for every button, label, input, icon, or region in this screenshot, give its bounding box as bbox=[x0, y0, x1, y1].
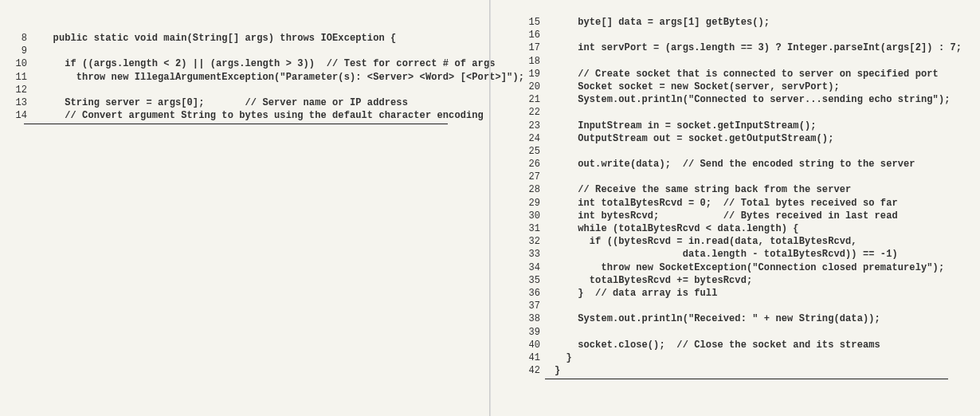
code-text: throw new IllegalArgumentException("Para… bbox=[41, 71, 524, 84]
code-line: 34 throw new SocketException("Connection… bbox=[527, 261, 966, 274]
left-page: 8 public static void main(String[] args)… bbox=[0, 0, 490, 416]
code-line: 40 socket.close(); // Close the socket a… bbox=[527, 339, 966, 351]
code-line: 26 out.write(data); // Send the encoded … bbox=[527, 158, 966, 171]
line-number: 34 bbox=[527, 261, 555, 274]
line-number: 12 bbox=[14, 84, 41, 96]
code-line: 22 bbox=[527, 106, 966, 119]
code-line: 8 public static void main(String[] args)… bbox=[14, 32, 475, 45]
code-text: throw new SocketException("Connection cl… bbox=[555, 261, 944, 274]
code-line: 31 while (totalBytesRcvd < data.length) … bbox=[527, 222, 966, 235]
code-line: 9 bbox=[14, 45, 475, 57]
code-text: int bytesRcvd; // Bytes received in last… bbox=[555, 210, 898, 222]
code-line: 24 OutputStream out = socket.getOutputSt… bbox=[527, 132, 966, 145]
line-number: 38 bbox=[527, 312, 555, 325]
line-number: 26 bbox=[527, 158, 555, 171]
line-number: 20 bbox=[527, 80, 555, 93]
code-text: // Create socket that is connected to se… bbox=[555, 68, 939, 80]
code-line: 41 } bbox=[527, 351, 966, 364]
code-text: int servPort = (args.length == 3) ? Inte… bbox=[555, 41, 962, 54]
code-text: totalBytesRcvd += bytesRcvd; bbox=[555, 274, 752, 287]
line-number: 27 bbox=[527, 171, 555, 183]
code-line: 25 bbox=[527, 145, 966, 158]
line-number: 37 bbox=[527, 300, 555, 312]
line-number: 10 bbox=[14, 57, 41, 70]
code-text: } // data array is full bbox=[555, 287, 717, 300]
line-number: 8 bbox=[14, 32, 41, 45]
code-text: socket.close(); // Close the socket and … bbox=[555, 339, 880, 351]
line-number: 21 bbox=[527, 93, 555, 106]
right-code-block: 15 byte[] data = args[1] getBytes();1617… bbox=[527, 16, 966, 377]
line-number: 28 bbox=[527, 183, 555, 196]
code-line: 16 bbox=[527, 29, 966, 41]
code-line: 19 // Create socket that is connected to… bbox=[527, 68, 966, 80]
line-number: 23 bbox=[527, 120, 555, 132]
line-number: 16 bbox=[527, 29, 555, 41]
line-number: 30 bbox=[527, 210, 555, 222]
code-line: 21 System.out.println("Connected to serv… bbox=[527, 93, 966, 106]
code-line: 42} bbox=[527, 364, 966, 377]
code-text: public static void main(String[] args) t… bbox=[41, 32, 396, 45]
code-line: 30 int bytesRcvd; // Bytes received in l… bbox=[527, 210, 966, 222]
code-text: if ((bytesRcvd = in.read(data, totalByte… bbox=[555, 235, 857, 248]
code-text: int totalBytesRcvd = 0; // Total bytes r… bbox=[555, 197, 898, 210]
code-line: 17 int servPort = (args.length == 3) ? I… bbox=[527, 41, 966, 54]
code-line: 14 // Convert argument String to bytes u… bbox=[14, 109, 475, 122]
code-line: 20 Socket socket = new Socket(server, se… bbox=[527, 80, 966, 93]
code-line: 18 bbox=[527, 55, 966, 68]
code-text: System.out.println("Connected to server.… bbox=[555, 93, 950, 106]
code-line: 27 bbox=[527, 171, 966, 183]
left-code-block: 8 public static void main(String[] args)… bbox=[14, 16, 475, 122]
code-line: 39 bbox=[527, 326, 966, 339]
right-underline bbox=[545, 379, 948, 379]
code-text: } bbox=[555, 364, 560, 377]
line-number: 15 bbox=[527, 16, 555, 29]
code-line: 15 byte[] data = args[1] getBytes(); bbox=[527, 16, 966, 29]
code-text: String server = args[0]; // Server name … bbox=[41, 96, 408, 109]
code-line: 10 if ((args.length < 2) || (args.length… bbox=[14, 57, 475, 70]
line-number: 19 bbox=[527, 68, 555, 80]
code-line: 33 data.length - totalBytesRcvd)) == -1) bbox=[527, 248, 966, 261]
line-number: 39 bbox=[527, 326, 555, 339]
code-text: Socket socket = new Socket(server, servP… bbox=[555, 80, 840, 93]
code-line: 38 System.out.println("Received: " + new… bbox=[527, 312, 966, 325]
line-number: 24 bbox=[527, 132, 555, 145]
code-text: out.write(data); // Send the encoded str… bbox=[555, 158, 915, 171]
line-number: 42 bbox=[527, 364, 555, 377]
code-text: byte[] data = args[1] getBytes(); bbox=[555, 16, 770, 29]
line-number: 18 bbox=[527, 55, 555, 68]
line-number: 36 bbox=[527, 287, 555, 300]
code-text: if ((args.length < 2) || (args.length > … bbox=[41, 57, 496, 70]
code-text: data.length - totalBytesRcvd)) == -1) bbox=[555, 248, 898, 261]
code-line: 11 throw new IllegalArgumentException("P… bbox=[14, 71, 475, 84]
line-number: 33 bbox=[527, 248, 555, 261]
right-page: 15 byte[] data = args[1] getBytes();1617… bbox=[490, 0, 980, 416]
code-line: 36 } // data array is full bbox=[527, 287, 966, 300]
left-underline bbox=[24, 124, 448, 124]
code-line: 29 int totalBytesRcvd = 0; // Total byte… bbox=[527, 197, 966, 210]
code-line: 12 bbox=[14, 84, 475, 96]
line-number: 22 bbox=[527, 106, 555, 119]
code-text: // Receive the same string back from the… bbox=[555, 183, 851, 196]
code-text: InputStream in = socket.getInputStream()… bbox=[555, 120, 817, 132]
line-number: 32 bbox=[527, 235, 555, 248]
line-number: 11 bbox=[14, 71, 41, 84]
code-line: 13 String server = args[0]; // Server na… bbox=[14, 96, 475, 109]
code-text: } bbox=[555, 351, 572, 364]
line-number: 35 bbox=[527, 274, 555, 287]
code-line: 28 // Receive the same string back from … bbox=[527, 183, 966, 196]
line-number: 25 bbox=[527, 145, 555, 158]
code-line: 37 bbox=[527, 300, 966, 312]
code-line: 32 if ((bytesRcvd = in.read(data, totalB… bbox=[527, 235, 966, 248]
line-number: 31 bbox=[527, 222, 555, 235]
line-number: 13 bbox=[14, 96, 41, 109]
code-text: System.out.println("Received: " + new St… bbox=[555, 312, 880, 325]
line-number: 41 bbox=[527, 351, 555, 364]
line-number: 14 bbox=[14, 109, 41, 122]
code-line: 35 totalBytesRcvd += bytesRcvd; bbox=[527, 274, 966, 287]
code-line: 23 InputStream in = socket.getInputStrea… bbox=[527, 120, 966, 132]
line-number: 29 bbox=[527, 197, 555, 210]
code-text: OutputStream out = socket.getOutputStrea… bbox=[555, 132, 833, 145]
code-text: // Convert argument String to bytes usin… bbox=[41, 109, 484, 122]
code-text: while (totalBytesRcvd < data.length) { bbox=[555, 222, 799, 235]
line-number: 9 bbox=[14, 45, 41, 57]
